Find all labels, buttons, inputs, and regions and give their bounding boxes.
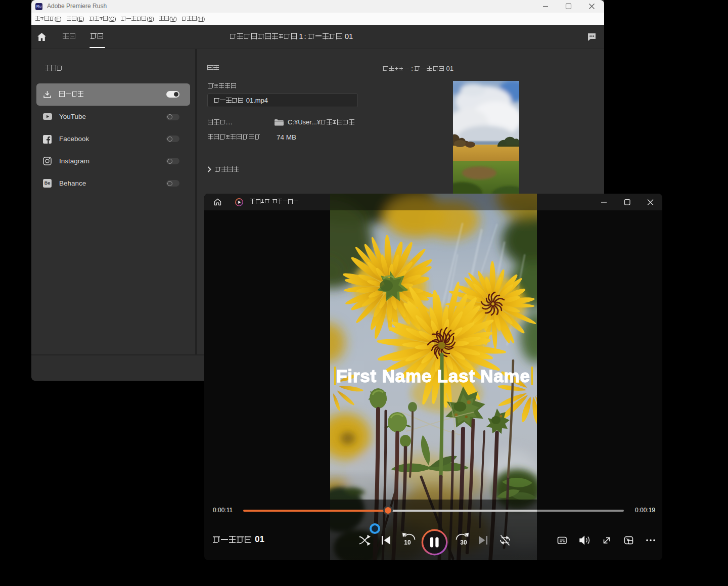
- svg-text:10: 10: [404, 539, 411, 546]
- svg-text:30: 30: [460, 539, 467, 546]
- svg-text:First Name Last Name: First Name Last Name: [336, 366, 530, 386]
